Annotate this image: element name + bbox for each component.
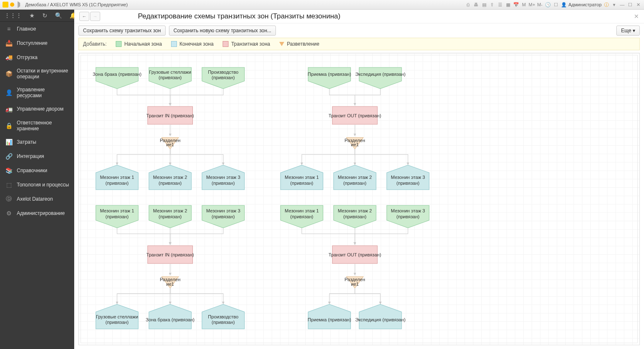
list-icon[interactable]: ☰ xyxy=(497,1,504,8)
save-new-scheme-button[interactable]: Сохранить новую схему транзитных зон... xyxy=(169,26,276,36)
add-start-zone[interactable]: Начальная зона xyxy=(116,41,162,47)
svg-text:Транзит IN (привязан): Транзит IN (привязан) xyxy=(146,113,194,118)
tool-icon[interactable]: ⎙ xyxy=(465,1,472,8)
nav-back-button[interactable]: ← xyxy=(79,12,89,21)
end-node[interactable]: Приемка (привязан) xyxy=(308,304,351,329)
nav-topology[interactable]: ⬚Топология и процессы xyxy=(0,178,74,192)
transit-node[interactable]: Транзит IN (привязан) xyxy=(146,246,194,264)
nav-stock[interactable]: 📦Остатки и внутренние операции xyxy=(0,65,74,83)
svg-text:Экспедиция (привязан): Экспедиция (привязан) xyxy=(355,72,405,77)
apps-icon[interactable]: ⋮⋮⋮ xyxy=(4,12,22,19)
dropdown-arrow-icon[interactable] xyxy=(18,1,23,8)
end-node[interactable]: Мезонин этаж 1(привязан) xyxy=(280,165,323,190)
svg-text:Мезонин этаж 1: Мезонин этаж 1 xyxy=(100,175,134,180)
branch-icon xyxy=(279,42,284,46)
svg-text:Транзит OUT (привязан): Транзит OUT (привязан) xyxy=(329,252,382,257)
end-node[interactable]: Грузовые стеллажи(привязан) xyxy=(96,304,138,329)
transit-node[interactable]: Транзит OUT (привязан) xyxy=(329,106,382,124)
svg-text:Приемка (привязан): Приемка (привязан) xyxy=(308,72,351,77)
add-toolbar: Добавить: Начальная зона Конечная зона Т… xyxy=(78,38,640,50)
start-node[interactable]: Мезонин этаж 3(привязан) xyxy=(387,205,429,228)
box-icon: 📦 xyxy=(5,70,13,78)
branch-node[interactable]: Разделение1 xyxy=(345,277,365,288)
svg-text:(привязан): (привязан) xyxy=(212,75,235,80)
nav-receiving[interactable]: 📥Поступление xyxy=(0,36,74,50)
nav-forward-button[interactable]: → xyxy=(90,12,100,21)
nav-datareon[interactable]: ⒹAxelot Datareon xyxy=(0,192,74,206)
start-node[interactable]: Грузовые стеллажи(привязан) xyxy=(149,67,191,89)
add-branch[interactable]: Разветвление xyxy=(279,41,319,47)
m-minus-icon[interactable]: M- xyxy=(537,1,543,8)
svg-text:(привязан): (привязан) xyxy=(290,181,313,186)
save-scheme-button[interactable]: Сохранить схему транзитных зон xyxy=(78,26,166,36)
svg-text:Транзит IN (привязан): Транзит IN (привязан) xyxy=(146,252,194,257)
end-node[interactable]: Мезонин этаж 3(привязан) xyxy=(202,165,244,190)
user-name[interactable]: Администратор xyxy=(569,2,602,7)
nav-resources[interactable]: 👤Управление ресурсами xyxy=(0,83,74,102)
search-icon[interactable]: 🔍 xyxy=(55,12,62,19)
nav-custody[interactable]: 🔒Ответственное хранение xyxy=(0,116,74,135)
start-node[interactable]: Мезонин этаж 1(привязан) xyxy=(96,205,138,228)
branch-node[interactable]: Разделение1 xyxy=(345,137,365,149)
nav-admin[interactable]: ⚙Администрирование xyxy=(0,206,74,220)
branch-node[interactable]: Разделение1 xyxy=(160,277,180,288)
nav-shipping[interactable]: 🚚Отгрузка xyxy=(0,50,74,65)
nav-main[interactable]: ≡Главное xyxy=(0,22,74,36)
svg-text:(привязан): (привязан) xyxy=(396,181,419,186)
start-node[interactable]: Приемка (привязан) xyxy=(308,67,351,89)
svg-text:Мезонин этаж 3: Мезонин этаж 3 xyxy=(206,175,240,180)
print-icon[interactable]: 🖶 xyxy=(473,1,480,8)
doc-icon[interactable]: ▤ xyxy=(481,1,488,8)
svg-text:ие1: ие1 xyxy=(166,142,174,147)
svg-text:Мезонин этаж 1: Мезонин этаж 1 xyxy=(100,208,134,213)
out-icon: 🚚 xyxy=(5,54,13,61)
end-node[interactable]: Мезонин этаж 1(привязан) xyxy=(96,165,138,190)
clock-icon[interactable]: 🕓 xyxy=(545,1,551,8)
end-node[interactable]: Производство(привязан) xyxy=(202,304,244,329)
end-node[interactable]: Мезонин этаж 2(привязан) xyxy=(149,165,191,190)
diagram-canvas[interactable]: Зона брака (привязан) Грузовые стеллажи(… xyxy=(78,53,640,345)
start-node[interactable]: Зона брака (привязан) xyxy=(93,67,142,89)
flow-icon: ⬚ xyxy=(5,181,13,189)
transit-node[interactable]: Транзит IN (привязан) xyxy=(146,106,194,124)
end-node[interactable]: Мезонин этаж 3(привязан) xyxy=(387,165,429,190)
panel-icon[interactable]: ☐ xyxy=(553,1,559,8)
end-node[interactable]: Мезонин этаж 2(привязан) xyxy=(334,165,376,190)
end-node[interactable]: Экспедиция (привязан) xyxy=(355,304,405,329)
nav-yard[interactable]: 🚛Управление двором xyxy=(0,102,74,116)
history-icon[interactable]: ↻ xyxy=(42,12,47,19)
nav-integration[interactable]: 🔗Интеграция xyxy=(0,149,74,163)
info-icon[interactable]: ⓘ xyxy=(603,1,610,8)
svg-text:Мезонин этаж 3: Мезонин этаж 3 xyxy=(206,208,240,213)
close-tab-icon[interactable]: ✕ xyxy=(634,13,639,20)
svg-text:Транзит OUT (привязан): Транзит OUT (привязан) xyxy=(329,113,382,118)
dropdown-icon[interactable]: ▾ xyxy=(611,1,618,8)
gear-icon: ⚙ xyxy=(5,209,13,217)
nav-costs[interactable]: 📊Затраты xyxy=(0,135,74,149)
branch-node[interactable]: Разделение1 xyxy=(160,137,180,149)
start-node[interactable]: Мезонин этаж 1(привязан) xyxy=(280,205,323,228)
start-node[interactable]: Мезонин этаж 3(привязан) xyxy=(202,205,244,228)
start-node[interactable]: Мезонин этаж 2(привязан) xyxy=(149,205,191,228)
start-node[interactable]: Экспедиция (привязан) xyxy=(355,67,405,89)
start-node[interactable]: Мезонин этаж 2(привязан) xyxy=(334,205,376,228)
close-window-icon[interactable]: ✕ xyxy=(635,1,641,8)
calendar-icon[interactable]: 📅 xyxy=(513,1,519,8)
m-icon[interactable]: M xyxy=(521,1,527,8)
star-icon[interactable]: ★ xyxy=(29,12,35,19)
m-plus-icon[interactable]: M+ xyxy=(529,1,535,8)
more-button[interactable]: Еще ▾ xyxy=(616,26,640,36)
svg-text:Производство: Производство xyxy=(208,70,239,75)
transit-node[interactable]: Транзит OUT (привязан) xyxy=(329,246,382,264)
maximize-icon[interactable]: ☐ xyxy=(627,1,634,8)
minimize-icon[interactable]: — xyxy=(619,1,626,8)
start-node[interactable]: Производство(привязан) xyxy=(202,67,244,89)
nav-dictionaries[interactable]: 📚Справочники xyxy=(0,163,74,178)
svg-text:(привязан): (привязан) xyxy=(212,214,235,219)
add-end-zone[interactable]: Конечная зона xyxy=(171,41,213,47)
grid-icon[interactable]: ▦ xyxy=(505,1,512,8)
chart-icon: 📊 xyxy=(5,138,13,146)
end-node[interactable]: Зона брака (привязан) xyxy=(145,304,195,329)
add-transit-zone[interactable]: Транзитная зона xyxy=(223,41,270,47)
upload-icon[interactable]: ⇧ xyxy=(489,1,496,8)
